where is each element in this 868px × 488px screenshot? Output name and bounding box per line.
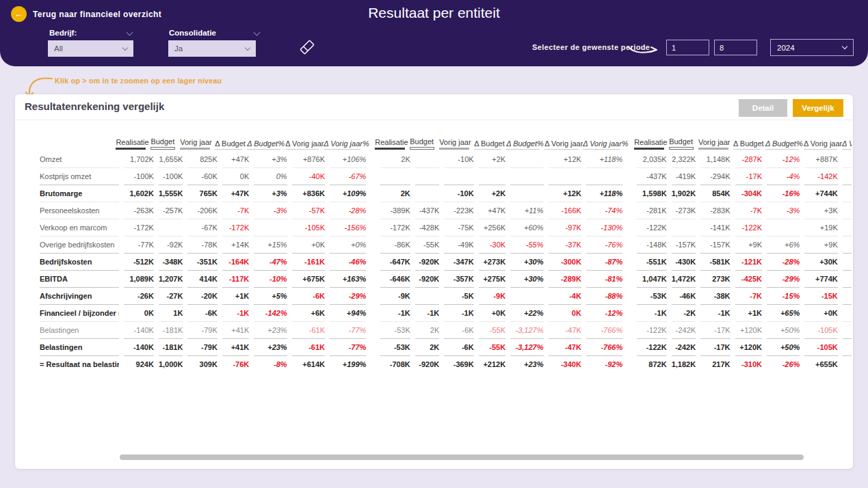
column-header[interactable]: Δ Vorig jaar% — [324, 133, 360, 150]
cell: -53K — [637, 287, 666, 304]
cell — [510, 185, 543, 202]
column-header[interactable]: Realisatie — [375, 133, 405, 150]
column-header[interactable]: Δ Vorig jaar% — [583, 133, 620, 150]
column-header[interactable]: Vorig jaar — [698, 133, 728, 150]
cell: +11% — [510, 202, 543, 219]
cell: -581K — [700, 253, 730, 270]
cell: -76K — [222, 355, 249, 372]
chevron-down-icon[interactable] — [127, 29, 133, 36]
cell: -79K — [187, 321, 217, 338]
column-header[interactable]: Δ Budget% — [765, 133, 799, 150]
cell: -67% — [330, 167, 366, 185]
table-row: = Resultaat na belasting924K1,000K309K-7… — [40, 355, 852, 372]
page-title: Resultaat per entiteit — [0, 5, 868, 21]
cell: +60% — [510, 219, 543, 236]
cell: -7K — [735, 287, 762, 304]
cell: 2K — [380, 150, 410, 167]
consolidatie-dropdown-value: Ja — [174, 44, 183, 53]
chevron-down-icon — [122, 44, 128, 50]
cell: 1,089K — [124, 270, 153, 287]
cell: -142% — [254, 304, 287, 321]
cell: +199% — [330, 355, 366, 372]
row-label[interactable]: Kostprijs omzet — [40, 167, 119, 185]
column-header[interactable]: Δ Budget — [474, 133, 501, 150]
cell: 2,322K — [672, 150, 696, 167]
column-header[interactable]: Budget — [410, 133, 434, 150]
cell: -161K — [292, 253, 325, 270]
chevron-down-icon[interactable] — [254, 29, 261, 36]
year-dropdown[interactable]: 2024 — [770, 39, 854, 56]
row-label[interactable]: Belastingen — [40, 321, 119, 338]
cell: -30K — [479, 236, 505, 253]
cell: +212K — [479, 355, 505, 372]
cell: -156% — [330, 219, 366, 236]
cell: +50% — [767, 321, 800, 338]
cell — [843, 304, 852, 321]
horizontal-scrollbar[interactable] — [120, 455, 804, 460]
period-to-input[interactable]: 8 — [714, 40, 757, 55]
cell: -8% — [254, 355, 287, 372]
column-header[interactable]: Vorig jaar — [439, 133, 469, 150]
table-row: EBITDA1,089K1,207K414K-117K-10%+675K+163… — [40, 270, 852, 287]
cell: -61K — [292, 321, 325, 338]
row-label[interactable]: Omzet — [40, 150, 119, 167]
consolidatie-dropdown[interactable]: Ja — [168, 40, 256, 57]
column-header[interactable]: Δ Vorig jaar — [804, 133, 837, 150]
cell: 825K — [187, 150, 217, 167]
row-label[interactable]: Brutomarge — [40, 185, 119, 202]
cell: -121K — [735, 253, 762, 270]
row-label[interactable]: Financieel / bijzonder re... — [40, 304, 119, 321]
row-label[interactable]: Verkoop en marcom — [40, 219, 119, 236]
row-label[interactable]: = Resultaat na belasting — [40, 355, 119, 372]
cell: -6K — [292, 287, 325, 304]
row-label[interactable]: Overige bedrijfskosten — [40, 236, 119, 253]
column-header[interactable]: Δ Budget — [733, 133, 761, 150]
cell: +9K — [735, 236, 762, 253]
cell — [380, 167, 410, 185]
column-header[interactable]: Vorig jaar — [180, 133, 210, 150]
cell: 1,207K — [159, 270, 183, 287]
bedrijf-dropdown[interactable]: All — [48, 40, 133, 57]
column-header[interactable]: Δ Vorig jaar% — [842, 133, 852, 150]
cell: -273K — [672, 202, 696, 219]
row-label[interactable]: Belastingen — [40, 338, 119, 355]
column-header[interactable]: Δ Budget — [215, 133, 242, 150]
row-label[interactable]: EBITDA — [40, 270, 119, 287]
table-row: Brutomarge1,602K1,555K765K+47K+3%+836K+1… — [40, 185, 852, 202]
column-header[interactable]: Δ Budget% — [506, 133, 540, 150]
cell: -4% — [767, 167, 800, 185]
eraser-icon[interactable] — [297, 37, 317, 57]
row-label[interactable]: Bedrijfskosten — [40, 253, 119, 270]
cell: -708K — [380, 355, 410, 372]
cell: +1K — [735, 304, 762, 321]
column-header[interactable]: Δ Vorig jaar — [544, 133, 578, 150]
cell: -419K — [672, 167, 696, 185]
detail-button[interactable]: Detail — [739, 99, 787, 117]
cell: -28% — [767, 253, 800, 270]
vergelijk-button[interactable]: Vergelijk — [793, 99, 843, 117]
cell: +614K — [292, 355, 325, 372]
cell: 0K — [549, 304, 581, 321]
column-header[interactable]: Budget — [150, 133, 175, 150]
column-header[interactable]: Δ Vorig jaar — [285, 133, 319, 150]
column-header[interactable]: Realisatie — [116, 133, 146, 150]
cell — [479, 167, 505, 185]
cell: -26K — [124, 287, 153, 304]
cell — [843, 287, 852, 304]
cell — [415, 150, 440, 167]
cell: 765K — [187, 185, 217, 202]
cell: -77% — [330, 338, 366, 355]
row-label[interactable]: Afschrijvingen — [40, 287, 119, 304]
cell: -142K — [804, 167, 837, 185]
column-header[interactable]: Budget — [669, 133, 694, 150]
cell: -4K — [549, 287, 581, 304]
row-label[interactable]: Personeelskosten — [40, 202, 119, 219]
consolidatie-filter-label: Consolidatie — [169, 29, 216, 37]
cell: 1,598K — [637, 185, 666, 202]
cell: +41K — [222, 321, 249, 338]
period-from-input[interactable]: 1 — [666, 40, 709, 55]
column-header[interactable]: Δ Budget% — [247, 133, 280, 150]
column-header[interactable]: Realisatie — [634, 133, 664, 150]
cell: +50% — [767, 338, 800, 355]
cell: -7K — [222, 202, 249, 219]
